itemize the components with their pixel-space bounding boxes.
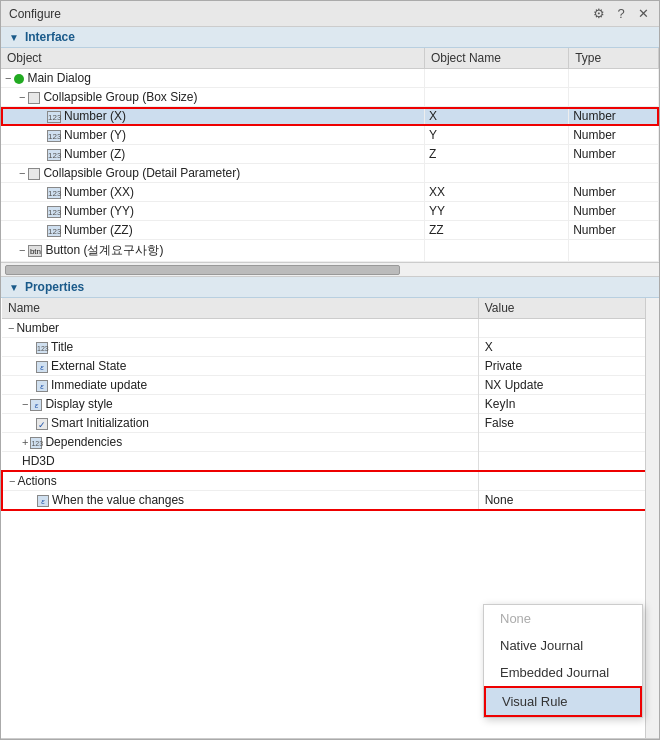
prop-label: Immediate update	[51, 378, 147, 392]
group-collapse-icon[interactable]: −	[9, 475, 15, 487]
tree-item-label: Number (ZZ)	[64, 223, 133, 237]
prop-cell-name: −εDisplay style	[2, 395, 478, 414]
collapse-icon[interactable]: −	[19, 167, 25, 179]
tree-cell-type	[569, 88, 659, 107]
group-collapse-icon[interactable]: −	[8, 322, 14, 334]
number-icon: 123	[47, 111, 61, 123]
scrollbar-thumb[interactable]	[5, 265, 400, 275]
help-icon[interactable]: ?	[613, 6, 629, 22]
horizontal-scrollbar[interactable]	[1, 262, 659, 276]
tree-cell-objname: Y	[424, 126, 568, 145]
prop-row[interactable]: 123TitleX	[2, 338, 658, 357]
prop-cell-value	[478, 433, 658, 452]
tree-row[interactable]: −Main Dialog	[1, 69, 659, 88]
tree-cell-objname: X	[424, 107, 568, 126]
tree-cell-label: 123Number (Z)	[1, 145, 424, 164]
tree-cell-objname: XX	[424, 183, 568, 202]
green-circle-icon	[14, 74, 24, 84]
prop-col-name: Name	[2, 298, 478, 319]
prop-row[interactable]: HD3D	[2, 452, 658, 472]
window-title: Configure	[9, 7, 61, 21]
interface-tree-container[interactable]: Object Object Name Type −Main Dialog−Col…	[1, 48, 659, 276]
dropdown-item[interactable]: Native Journal	[484, 632, 642, 659]
tree-cell-label: −Collapsible Group (Detail Parameter)	[1, 164, 424, 183]
tree-cell-type	[569, 69, 659, 88]
dropdown-item[interactable]: Visual Rule	[484, 686, 642, 717]
prop-number-icon: 123	[30, 437, 42, 449]
props-table-header: Name Value	[2, 298, 658, 319]
tree-row[interactable]: 123Number (Z)ZNumber	[1, 145, 659, 164]
interface-arrow: ▼	[9, 32, 19, 43]
configure-window: Configure ⚙ ? ✕ ▼ Interface Object Objec…	[0, 0, 660, 740]
collapse-icon[interactable]: −	[19, 91, 25, 103]
prop-row[interactable]: +123Dependencies	[2, 433, 658, 452]
dropdown-item[interactable]: Embedded Journal	[484, 659, 642, 686]
tree-row[interactable]: 123Number (ZZ)ZZNumber	[1, 221, 659, 240]
prop-check-icon: ✓	[36, 418, 48, 430]
prop-cell-value	[478, 452, 658, 472]
tree-cell-label: 123Number (X)	[1, 107, 424, 126]
prop-row[interactable]: −Actions	[2, 471, 658, 491]
prop-cell-name: HD3D	[2, 452, 478, 472]
interface-section: ▼ Interface Object Object Name Type −Mai…	[1, 27, 659, 277]
tree-row[interactable]: 123Number (XX)XXNumber	[1, 183, 659, 202]
prop-label: External State	[51, 359, 126, 373]
properties-section-header[interactable]: ▼ Properties	[1, 277, 659, 298]
tree-row[interactable]: 123Number (YY)YYNumber	[1, 202, 659, 221]
number-icon: 123	[47, 206, 61, 218]
properties-container[interactable]: Name Value −Number123TitleXεExternal Sta…	[1, 298, 659, 738]
interface-section-header[interactable]: ▼ Interface	[1, 27, 659, 48]
tree-cell-objname: ZZ	[424, 221, 568, 240]
tree-cell-label: 123Number (ZZ)	[1, 221, 424, 240]
tree-cell-objname	[424, 240, 568, 262]
tree-item-label: Number (Y)	[64, 128, 126, 142]
tree-item-label: Number (XX)	[64, 185, 134, 199]
expand-icon[interactable]: +	[22, 436, 28, 448]
prop-e-icon: ε	[37, 495, 49, 507]
prop-row[interactable]: −εDisplay styleKeyIn	[2, 395, 658, 414]
prop-label: Title	[51, 340, 73, 354]
collapse-icon[interactable]: −	[19, 244, 25, 256]
collapse-icon[interactable]: −	[5, 72, 11, 84]
prop-cell-name: εWhen the value changes	[2, 491, 478, 511]
tree-cell-type: Number	[569, 126, 659, 145]
grid-icon	[28, 92, 40, 104]
tree-item-label: Collapsible Group (Box Size)	[43, 90, 197, 104]
tree-cell-type: Number	[569, 107, 659, 126]
prop-row[interactable]: εWhen the value changesNone	[2, 491, 658, 511]
gear-icon[interactable]: ⚙	[591, 6, 607, 22]
tree-row[interactable]: 123Number (X)XNumber	[1, 107, 659, 126]
prop-label: Display style	[45, 397, 112, 411]
tree-row[interactable]: −Collapsible Group (Box Size)	[1, 88, 659, 107]
prop-cell-name: εImmediate update	[2, 376, 478, 395]
tree-item-label: Button (설계요구사항)	[45, 243, 163, 257]
tree-cell-type: Number	[569, 183, 659, 202]
tree-cell-objname	[424, 88, 568, 107]
col-object-name: Object Name	[424, 48, 568, 69]
prop-label: Smart Initialization	[51, 416, 149, 430]
dropdown-item[interactable]: None	[484, 605, 642, 632]
prop-row[interactable]: εImmediate updateNX Update	[2, 376, 658, 395]
prop-row[interactable]: −Number	[2, 319, 658, 338]
vertical-scrollbar[interactable]	[645, 298, 659, 738]
properties-table: Name Value −Number123TitleXεExternal Sta…	[1, 298, 659, 511]
collapse-icon[interactable]: −	[22, 398, 28, 410]
close-icon[interactable]: ✕	[635, 6, 651, 22]
tree-row[interactable]: −Collapsible Group (Detail Parameter)	[1, 164, 659, 183]
interface-label: Interface	[25, 30, 75, 44]
prop-e-icon: ε	[30, 399, 42, 411]
tree-item-label: Number (YY)	[64, 204, 134, 218]
prop-label: HD3D	[22, 454, 55, 468]
tree-cell-label: 123Number (XX)	[1, 183, 424, 202]
prop-row[interactable]: εExternal StatePrivate	[2, 357, 658, 376]
tree-cell-type: Number	[569, 221, 659, 240]
dropdown-menu[interactable]: NoneNative JournalEmbedded JournalVisual…	[483, 604, 643, 718]
tree-cell-label: 123Number (YY)	[1, 202, 424, 221]
interface-table-header: Object Object Name Type	[1, 48, 659, 69]
tree-cell-label: −btnButton (설계요구사항)	[1, 240, 424, 262]
prop-label: Number	[16, 321, 59, 335]
tree-row[interactable]: −btnButton (설계요구사항)	[1, 240, 659, 262]
tree-cell-objname: YY	[424, 202, 568, 221]
tree-row[interactable]: 123Number (Y)YNumber	[1, 126, 659, 145]
prop-row[interactable]: ✓Smart InitializationFalse	[2, 414, 658, 433]
